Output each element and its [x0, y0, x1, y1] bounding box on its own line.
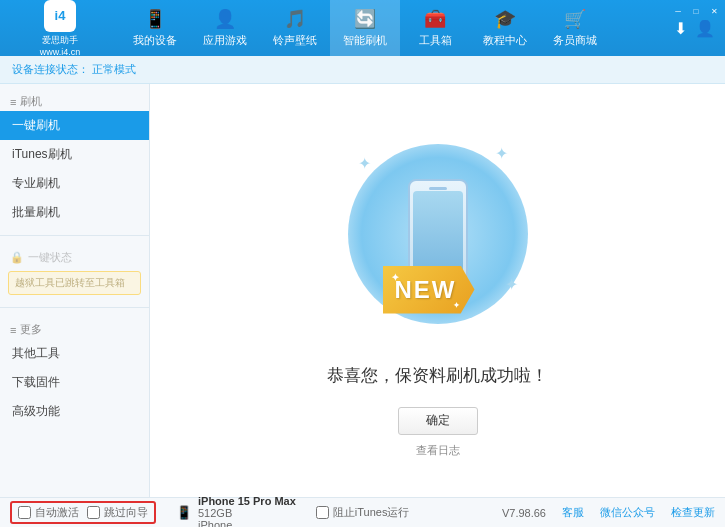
sparkle-3: ✦ [505, 275, 518, 294]
wechat-public-link[interactable]: 微信公众号 [600, 505, 655, 520]
new-badge: NEW [383, 266, 475, 314]
device-info: 📱 iPhone 15 Pro Max 512GB iPhone [176, 495, 296, 528]
my-device-icon: 📱 [144, 8, 166, 30]
tab-shop[interactable]: 🛒 务员商城 [540, 0, 610, 56]
phone-screen [413, 191, 463, 276]
sidebar-divider-2 [0, 307, 149, 308]
tab-toolbox[interactable]: 🧰 工具箱 [400, 0, 470, 56]
stop-itunes-checkbox[interactable] [316, 506, 329, 519]
header: i4 爱思助手 www.i4.cn 📱 我的设备 👤 应用游戏 🎵 铃声壁纸 🔄… [0, 0, 725, 56]
phone-illustration: ✦ ✦ ✦ NEW [328, 124, 548, 344]
one-key-flash-label: 一键刷机 [12, 117, 60, 134]
sidebar-item-advanced[interactable]: 高级功能 [0, 397, 149, 426]
device-details: iPhone 15 Pro Max 512GB iPhone [198, 495, 296, 528]
breadcrumb-text: 设备连接状态： [12, 62, 89, 77]
device-icon: 📱 [176, 505, 192, 520]
shop-icon: 🛒 [564, 8, 586, 30]
stop-itunes-label: 阻止iTunes运行 [333, 505, 410, 520]
pro-flash-label: 专业刷机 [12, 175, 60, 192]
sidebar-item-itunes-flash[interactable]: iTunes刷机 [0, 140, 149, 169]
ringtone-icon: 🎵 [284, 8, 306, 30]
minimize-button[interactable]: ─ [671, 4, 685, 18]
customer-service-link[interactable]: 客服 [562, 505, 584, 520]
tab-shop-label: 务员商城 [553, 33, 597, 48]
download-button[interactable]: ⬇ [674, 19, 687, 38]
stop-itunes-area: 阻止iTunes运行 [316, 505, 410, 520]
window-controls: ─ □ ✕ [671, 4, 721, 18]
sidebar-group-status: 🔒 一键状态 [0, 244, 149, 267]
tab-ringtone-label: 铃声壁纸 [273, 33, 317, 48]
sidebar-group-more: ≡ 更多 [0, 316, 149, 339]
sidebar-item-other-tools[interactable]: 其他工具 [0, 339, 149, 368]
toolbox-icon: 🧰 [424, 8, 446, 30]
batch-flash-label: 批量刷机 [12, 204, 60, 221]
phone-speaker [429, 187, 447, 190]
confirm-button[interactable]: 确定 [398, 407, 478, 435]
sidebar-item-pro-flash[interactable]: 专业刷机 [0, 169, 149, 198]
device-storage: 512GB [198, 507, 296, 519]
tab-tutorial-label: 教程中心 [483, 33, 527, 48]
sidebar-item-download-firmware[interactable]: 下载固件 [0, 368, 149, 397]
success-message: 恭喜您，保资料刷机成功啦！ [327, 364, 548, 387]
sidebar-section-more: ≡ 更多 其他工具 下载固件 高级功能 [0, 312, 149, 430]
tab-tutorial[interactable]: 🎓 教程中心 [470, 0, 540, 56]
maximize-button[interactable]: □ [689, 4, 703, 18]
tab-flash-label: 智能刷机 [343, 33, 387, 48]
logo-icon: i4 [44, 0, 76, 32]
user-button[interactable]: 👤 [695, 19, 715, 38]
logo-url: www.i4.cn [40, 47, 81, 57]
tab-app-games[interactable]: 👤 应用游戏 [190, 0, 260, 56]
sidebar-item-one-key-flash[interactable]: 一键刷机 [0, 111, 149, 140]
sidebar-group-flash: ≡ 刷机 [0, 88, 149, 111]
sidebar-item-batch-flash[interactable]: 批量刷机 [0, 198, 149, 227]
tab-app-games-label: 应用游戏 [203, 33, 247, 48]
sidebar-group-more-label: 更多 [20, 322, 42, 337]
skip-guide-checkbox[interactable] [87, 506, 100, 519]
logo-area: i4 爱思助手 www.i4.cn [0, 0, 120, 61]
flash-group-icon: ≡ [10, 96, 16, 108]
breadcrumb-status: 正常模式 [92, 62, 136, 77]
tab-ringtone[interactable]: 🎵 铃声壁纸 [260, 0, 330, 56]
other-tools-label: 其他工具 [12, 345, 60, 362]
sidebar-section-flash: ≡ 刷机 一键刷机 iTunes刷机 专业刷机 批量刷机 [0, 84, 149, 231]
main-content: ✦ ✦ ✦ NEW 恭喜您，保资料刷机成功啦！ 确定 [150, 84, 725, 497]
advanced-label: 高级功能 [12, 403, 60, 420]
check-update-link[interactable]: 检查更新 [671, 505, 715, 520]
sidebar-divider-1 [0, 235, 149, 236]
tab-my-device-label: 我的设备 [133, 33, 177, 48]
device-options-area: 自动激活 跳过向导 [10, 501, 156, 524]
tutorial-icon: 🎓 [494, 8, 516, 30]
log-link[interactable]: 查看日志 [416, 443, 460, 458]
sparkle-1: ✦ [358, 154, 371, 173]
lock-icon: 🔒 [10, 251, 24, 264]
itunes-flash-label: iTunes刷机 [12, 146, 72, 163]
tab-toolbox-label: 工具箱 [419, 33, 452, 48]
sidebar-group-status-label: 一键状态 [28, 250, 72, 265]
bottom-bar: 自动激活 跳过向导 📱 iPhone 15 Pro Max 512GB iPho… [0, 497, 725, 527]
skip-guide-label: 跳过向导 [104, 505, 148, 520]
tab-my-device[interactable]: 📱 我的设备 [120, 0, 190, 56]
auto-activate-checkbox[interactable] [18, 506, 31, 519]
sidebar-group-flash-label: 刷机 [20, 94, 42, 109]
more-group-icon: ≡ [10, 324, 16, 336]
header-actions: ⬇ 👤 [664, 19, 725, 38]
tab-flash[interactable]: 🔄 智能刷机 [330, 0, 400, 56]
logo-letter: i4 [55, 8, 66, 23]
bottom-right: V7.98.66 客服 微信公众号 检查更新 [502, 505, 715, 520]
sidebar-notice: 越狱工具已跳转至工具箱 [8, 271, 141, 295]
download-firmware-label: 下载固件 [12, 374, 60, 391]
main-layout: ≡ 刷机 一键刷机 iTunes刷机 专业刷机 批量刷机 [0, 84, 725, 497]
app-games-icon: 👤 [214, 8, 236, 30]
new-ribbon: NEW [383, 266, 475, 314]
version-label: V7.98.66 [502, 507, 546, 519]
new-text: NEW [395, 276, 457, 304]
logo-name: 爱思助手 [42, 34, 78, 47]
flash-icon: 🔄 [354, 8, 376, 30]
auto-activate-label: 自动激活 [35, 505, 79, 520]
device-type: iPhone [198, 519, 296, 528]
close-button[interactable]: ✕ [707, 4, 721, 18]
sidebar: ≡ 刷机 一键刷机 iTunes刷机 专业刷机 批量刷机 [0, 84, 150, 497]
sparkle-2: ✦ [495, 144, 508, 163]
nav-tabs: 📱 我的设备 👤 应用游戏 🎵 铃声壁纸 🔄 智能刷机 🧰 工具箱 🎓 [120, 0, 664, 56]
sidebar-section-status: 🔒 一键状态 越狱工具已跳转至工具箱 [0, 240, 149, 303]
